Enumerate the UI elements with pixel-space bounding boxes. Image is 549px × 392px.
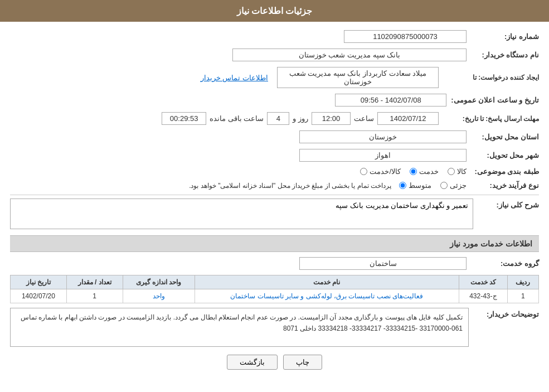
tarikh-row: تاریخ و ساعت اعلان عمومی: 1402/07/08 - 0… [10, 92, 539, 108]
shahr-value: اهواز [299, 149, 467, 162]
cell-tarikh: 1402/07/20 [11, 289, 67, 303]
col-tarikh: تاریخ نیاز [11, 275, 67, 289]
ostan-value: خوزستان [299, 130, 467, 143]
page-title: جزئیات اطلاعات نیاز [237, 6, 313, 16]
cell-kod: ج-43-432 [459, 289, 507, 303]
mohlat-label: مهلت ارسال پاسخ: تا تاریخ: [439, 115, 539, 123]
col-vahed: واحد اندازه گیری [123, 275, 195, 289]
nofar-note: پرداخت تمام یا بخشی از مبلغ خریداز محل "… [189, 182, 399, 190]
grohe-row: گروه خدمت: ساختمان [10, 255, 539, 272]
ijad-value: میلاد سعادت کاربرداز بانک سپه مدیریت شعب… [277, 67, 439, 88]
tarikh-label: تاریخ و ساعت اعلان عمومی: [446, 96, 539, 104]
page-wrapper: جزئیات اطلاعات نیاز شماره نیاز: 11020908… [0, 0, 549, 392]
col-kod: کد خدمت [459, 275, 507, 289]
sharh-koli-content [10, 199, 473, 231]
section-header-khadamat: اطلاعات خدمات مورد نیاز [10, 235, 539, 252]
nofar-jozii-option[interactable]: جزئی [440, 181, 467, 190]
cell-vahed: واحد [123, 289, 195, 303]
toseeh-row: توضیحات خریدار: تکمیل کلیه فایل های پیوس… [10, 308, 539, 347]
nofar-label: نوع فرآیند خرید: [467, 181, 539, 190]
tabaqe-kala-radio[interactable] [448, 168, 455, 175]
tabaqe-radio-group: کالا خدمت کالا/خدمت [360, 167, 467, 176]
ijad-row: ایجاد کننده درخواست: تا میلاد سعادت کارب… [10, 65, 539, 90]
shomare-row: شماره نیاز: 1102090875000073 [10, 28, 539, 45]
nofar-motevaset-radio[interactable] [399, 182, 406, 189]
services-table: ردیف کد خدمت نام خدمت واحد اندازه گیری ت… [10, 275, 539, 303]
section-khadamat-title: اطلاعات خدمات مورد نیاز [450, 239, 532, 248]
tabaqe-kala-label: کالا [457, 167, 467, 176]
main-content: شماره نیاز: 1102090875000073 نام دستگاه … [0, 22, 549, 382]
tarikh-value: 1402/07/08 - 09:56 [335, 94, 446, 107]
table-row: 1 ج-43-432 فعالیت‌های نصب تاسیسات برق، ل… [11, 289, 539, 303]
ijad-label: ایجاد کننده درخواست: تا [439, 74, 539, 81]
col-radif: ردیف [507, 275, 538, 289]
nofar-motevaset-option[interactable]: متوسط [399, 181, 431, 190]
nofar-jozii-label: جزئی [450, 181, 467, 190]
mohlat-date: 1402/07/12 [377, 112, 439, 125]
col-tedad: تعداد / مقدار [66, 275, 123, 289]
tabaqe-kala-khadamat-label: کالا/خدمت [370, 167, 401, 176]
tabaqe-kala-option[interactable]: کالا [448, 167, 467, 176]
tabaqe-khadamat-radio[interactable] [410, 168, 417, 175]
sharh-koli-row: شرح کلی نیاز: [10, 199, 539, 231]
mohlat-rooz-label: روز و [289, 114, 312, 123]
mohlat-row: مهلت ارسال پاسخ: تا تاریخ: 1402/07/12 سا… [10, 110, 539, 127]
tabaqe-label: طبقه بندی موضوعی: [467, 167, 539, 176]
shahr-row: شهر محل تحویل: اهواز [10, 147, 539, 163]
nofar-jozii-radio[interactable] [440, 182, 448, 189]
nofar-motevaset-label: متوسط [409, 181, 431, 190]
mohlat-saat-label: ساعت [351, 114, 377, 123]
button-row: چاپ بازگشت [10, 355, 539, 370]
cell-nam: فعالیت‌های نصب تاسیسات برق، لوله‌کشی و س… [195, 289, 459, 303]
toseeh-label: توضیحات خریدار: [478, 308, 539, 318]
mohlat-mande-value: 00:29:53 [162, 112, 206, 125]
toseeh-text: تکمیل کلیه فایل های پیوست و بارگذاری مجد… [21, 313, 463, 332]
grohe-label: گروه خدمت: [467, 259, 539, 268]
cell-radif: 1 [507, 289, 538, 303]
toseeh-content: تکمیل کلیه فایل های پیوست و بارگذاری مجد… [10, 308, 473, 347]
ostan-row: استان محل تحویل: خوزستان [10, 129, 539, 145]
sharh-koli-textarea[interactable] [10, 199, 473, 229]
nofar-radio-group: جزئی متوسط [399, 181, 467, 190]
shahr-label: شهر محل تحویل: [467, 151, 539, 159]
mohlat-saat-value: 12:00 [312, 112, 351, 125]
ostan-label: استان محل تحویل: [467, 133, 539, 141]
tabaqe-row: طبقه بندی موضوعی: کالا خدمت کالا/خدمت [10, 166, 539, 177]
tabaqe-khadamat-label: خدمت [419, 167, 439, 176]
print-button[interactable]: چاپ [283, 355, 322, 370]
namdastgah-value: بانک سپه مدیریت شعب خوزستان [232, 49, 467, 61]
tabaqe-kala-khadamat-radio[interactable] [360, 168, 367, 175]
tabaqe-khadamat-option[interactable]: خدمت [410, 167, 439, 176]
toseeh-box: تکمیل کلیه فایل های پیوست و بارگذاری مجد… [10, 308, 469, 347]
page-header: جزئیات اطلاعات نیاز [0, 0, 549, 22]
namdastgah-row: نام دستگاه خریدار: بانک سپه مدیریت شعب خ… [10, 47, 539, 63]
col-nam: نام خدمت [195, 275, 459, 289]
nofar-row: نوع فرآیند خرید: جزئی متوسط پرداخت تمام … [10, 180, 539, 191]
sharh-koli-label: شرح کلی نیاز: [478, 199, 539, 209]
grohe-value: ساختمان [299, 257, 467, 270]
ettelaat-link[interactable]: اطلاعات تماس خریدار [201, 74, 268, 82]
mohlat-rooz-value: 4 [267, 112, 289, 125]
mohlat-mande-label: ساعت باقی مانده [206, 114, 267, 123]
back-button[interactable]: بازگشت [227, 355, 278, 370]
namdastgah-label: نام دستگاه خریدار: [467, 51, 539, 59]
shomare-value: 1102090875000073 [344, 30, 467, 43]
shomare-label: شماره نیاز: [467, 32, 539, 41]
cell-tedad: 1 [66, 289, 123, 303]
tabaqe-kala-khadamat-option[interactable]: کالا/خدمت [360, 167, 401, 176]
